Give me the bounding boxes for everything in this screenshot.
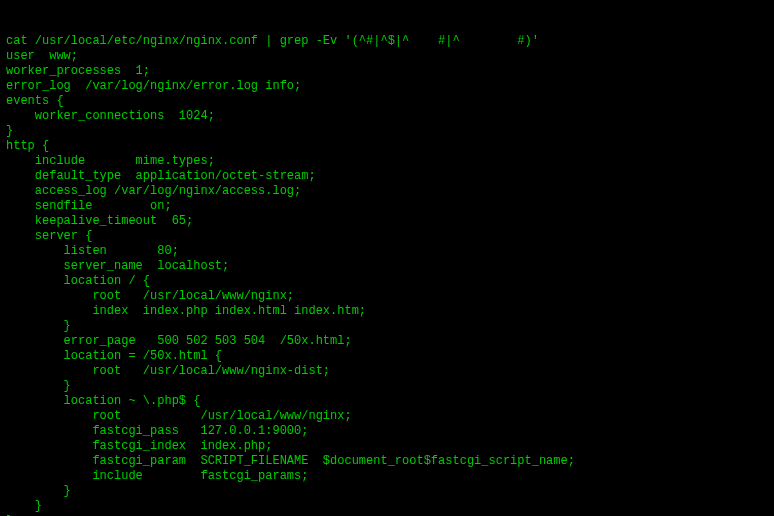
terminal-line: } [6, 484, 768, 499]
terminal-line: server { [6, 229, 768, 244]
terminal-line: location ~ \.php$ { [6, 394, 768, 409]
terminal-line: root /usr/local/www/nginx; [6, 409, 768, 424]
terminal-line: } [6, 124, 768, 139]
terminal-line: index index.php index.html index.htm; [6, 304, 768, 319]
terminal-line: fastcgi_param SCRIPT_FILENAME $document_… [6, 454, 768, 469]
terminal-line: } [6, 379, 768, 394]
terminal-line: worker_processes 1; [6, 64, 768, 79]
terminal-line: location = /50x.html { [6, 349, 768, 364]
terminal-line: worker_connections 1024; [6, 109, 768, 124]
terminal-line: root /usr/local/www/nginx; [6, 289, 768, 304]
terminal-line: include mime.types; [6, 154, 768, 169]
terminal-line: } [6, 319, 768, 334]
terminal-line: error_log /var/log/nginx/error.log info; [6, 79, 768, 94]
terminal-line: root /usr/local/www/nginx-dist; [6, 364, 768, 379]
terminal-line: http { [6, 139, 768, 154]
terminal-line: location / { [6, 274, 768, 289]
terminal-line: } [6, 499, 768, 514]
terminal-line: user www; [6, 49, 768, 64]
output-lines: cat /usr/local/etc/nginx/nginx.conf | gr… [6, 34, 768, 516]
terminal-line: include fastcgi_params; [6, 469, 768, 484]
terminal-line: access_log /var/log/nginx/access.log; [6, 184, 768, 199]
terminal-line: error_page 500 502 503 504 /50x.html; [6, 334, 768, 349]
terminal-line: events { [6, 94, 768, 109]
terminal-line: keepalive_timeout 65; [6, 214, 768, 229]
terminal-line: server_name localhost; [6, 259, 768, 274]
terminal-line: cat /usr/local/etc/nginx/nginx.conf | gr… [6, 34, 768, 49]
terminal-output[interactable]: cat /usr/local/etc/nginx/nginx.conf | gr… [6, 4, 768, 516]
terminal-line: default_type application/octet-stream; [6, 169, 768, 184]
terminal-line: fastcgi_index index.php; [6, 439, 768, 454]
terminal-line: sendfile on; [6, 199, 768, 214]
terminal-line: listen 80; [6, 244, 768, 259]
terminal-line: fastcgi_pass 127.0.0.1:9000; [6, 424, 768, 439]
